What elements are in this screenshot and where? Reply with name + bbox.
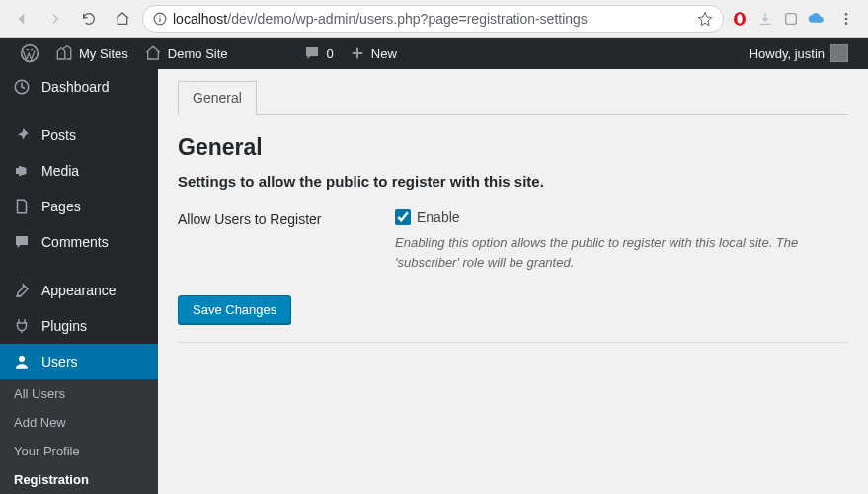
pin-icon [12,125,32,145]
svg-point-6 [845,13,848,16]
account-link[interactable]: Howdy, justin [742,38,856,69]
sidebar-item-label: Comments [41,234,109,250]
divider [178,342,848,343]
help-text: Enabling this option allows the public t… [395,233,848,272]
submenu-add-new[interactable]: Add New [0,408,158,437]
content-area: General General Settings to allow the pu… [158,69,868,494]
sidebar-item-media[interactable]: Media [0,153,158,189]
avatar [830,44,848,62]
checkbox-label: Enable [417,209,460,225]
field-allow-register: Allow Users to Register Enable Enabling … [178,209,848,272]
comments-count: 0 [327,46,334,61]
sites-icon [55,44,73,62]
sidebar-item-label: Pages [41,199,81,214]
media-icon [12,161,32,181]
sidebar-item-label: Media [41,163,79,179]
reload-button[interactable] [75,5,103,33]
page-icon [12,197,32,216]
my-sites-link[interactable]: My Sites [47,38,136,69]
home-button[interactable] [109,5,136,33]
url-bar[interactable]: localhost/dev/demo/wp-admin/users.php?pa… [142,5,724,33]
sidebar-item-pages[interactable]: Pages [0,189,158,224]
user-icon [12,352,32,371]
enable-checkbox[interactable] [395,209,411,225]
comments-link[interactable]: 0 [295,38,342,69]
info-icon [153,12,167,26]
brush-icon [12,281,32,300]
howdy-text: Howdy, justin [750,46,825,61]
admin-sidebar: Dashboard Posts Media Pages Comments App… [0,69,158,494]
site-name-link[interactable]: Demo Site [136,38,236,69]
browser-toolbar: localhost/dev/demo/wp-admin/users.php?pa… [0,0,868,38]
site-name-label: Demo Site [168,46,228,61]
page-description: Settings to allow the public to register… [178,173,848,190]
cloud-icon[interactable] [807,9,827,29]
new-content-link[interactable]: New [342,38,405,69]
back-button[interactable] [8,5,36,33]
page-title: General [178,134,848,161]
comment-icon [303,44,321,62]
svg-point-10 [19,356,25,362]
enable-checkbox-wrap[interactable]: Enable [395,209,848,225]
submenu-registration[interactable]: Registration [0,465,158,494]
forward-button[interactable] [41,5,69,33]
sidebar-item-plugins[interactable]: Plugins [0,308,158,344]
download-icon[interactable] [755,9,775,29]
url-text: localhost/dev/demo/wp-admin/users.php?pa… [173,11,691,27]
sidebar-item-label: Dashboard [41,79,110,95]
field-label: Allow Users to Register [178,209,375,227]
plug-icon [12,316,32,336]
sidebar-item-users[interactable]: Users [0,344,158,379]
new-label: New [371,46,397,61]
sidebar-item-label: Appearance [41,283,117,298]
tab-general[interactable]: General [178,81,257,115]
save-button[interactable]: Save Changes [178,295,291,324]
dashboard-icon [12,77,32,97]
menu-icon[interactable] [832,5,860,33]
svg-point-8 [845,22,848,25]
extension-icon[interactable] [781,9,801,29]
users-submenu: All Users Add New Your Profile Registrat… [0,379,158,494]
star-icon[interactable] [697,11,713,27]
svg-point-4 [737,14,742,23]
wp-logo[interactable] [12,38,47,69]
tabs: General [178,81,848,115]
sidebar-item-appearance[interactable]: Appearance [0,273,158,308]
home-icon [144,44,162,62]
svg-point-7 [845,17,848,20]
sidebar-item-label: Posts [41,127,76,143]
submenu-your-profile[interactable]: Your Profile [0,437,158,465]
svg-rect-5 [786,13,797,24]
sidebar-item-dashboard[interactable]: Dashboard [0,69,158,105]
comment-icon [12,232,32,252]
sidebar-item-label: Plugins [41,318,87,334]
sidebar-item-label: Users [41,354,78,370]
submenu-all-users[interactable]: All Users [0,379,158,408]
svg-point-2 [159,15,160,16]
plus-icon [350,45,365,61]
wp-admin-bar: My Sites Demo Site 0 New Howdy, justin [0,38,868,69]
my-sites-label: My Sites [79,46,128,61]
sidebar-item-posts[interactable]: Posts [0,118,158,153]
sidebar-item-comments[interactable]: Comments [0,224,158,260]
opera-icon[interactable] [730,9,750,29]
